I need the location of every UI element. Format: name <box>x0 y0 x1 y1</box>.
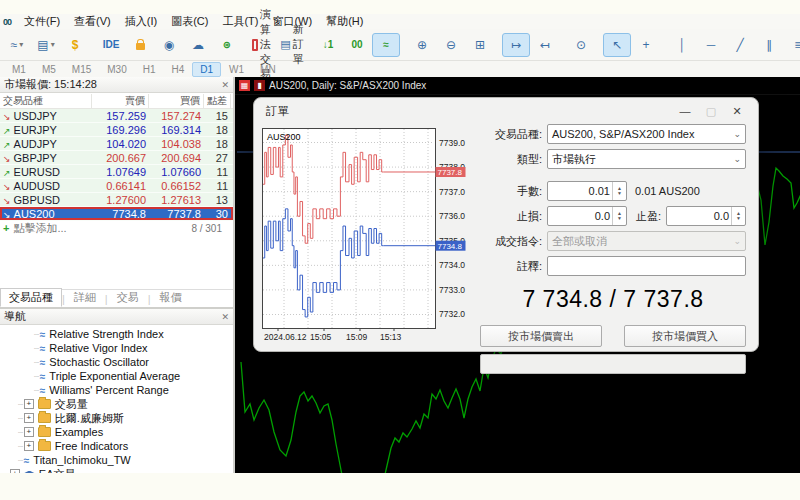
horizontal-line-button[interactable]: ─ <box>697 33 725 57</box>
symbol-row-eurusd[interactable]: ↗EURUSD1.076491.0766011 <box>0 165 233 179</box>
channel-icon: ∥ <box>766 38 772 52</box>
tree-item-titan-ichimoku-tw[interactable]: ┈≈Titan_Ichimoku_TW <box>0 453 233 467</box>
symbol-row-gbpjpy[interactable]: ↘GBPJPY200.667200.69427 <box>0 151 233 165</box>
new-order-button[interactable]: ▤新訂單 <box>278 33 306 57</box>
volume-hint: 0.01 AUS200 <box>635 185 700 197</box>
column-header[interactable]: 點差 <box>204 94 231 108</box>
menu-item[interactable]: 文件(F) <box>17 15 67 27</box>
algo-trading-button[interactable]: 演算法交易 <box>249 33 277 57</box>
tree-item-stochastic-oscillator[interactable]: ┈≈Stochastic Oscillator <box>0 355 233 369</box>
minimize-button[interactable]: — <box>672 105 698 118</box>
tree-item-relative-strength-index[interactable]: ┈≈Relative Strength Index <box>0 327 233 341</box>
expand-icon[interactable]: + <box>24 399 34 409</box>
stop-loss-stepper[interactable]: 0.0 ▲▼ <box>547 206 627 226</box>
symbol-row-usdjpy[interactable]: ↘USDJPY157.259157.27415 <box>0 109 233 123</box>
tree-item-examples[interactable]: ┈+Examples <box>0 425 233 439</box>
timeframe-m30[interactable]: M30 <box>99 62 134 77</box>
menu-item[interactable]: 查看(V) <box>67 15 118 27</box>
order-dialog-titlebar[interactable]: 訂單 — ▢ ✕ <box>254 98 758 124</box>
close-icon[interactable]: ✕ <box>221 80 229 90</box>
tab-trading[interactable]: 交易 <box>108 288 148 307</box>
stepper-arrows[interactable]: ▲▼ <box>731 207 745 225</box>
tree-item-williams-percent-range[interactable]: ┈≈Williams' Percent Range <box>0 383 233 397</box>
menu-item[interactable]: 圖表(C) <box>164 15 215 27</box>
timeframe-w1[interactable]: W1 <box>221 62 252 77</box>
fibonacci-button[interactable]: ≡ <box>784 33 800 57</box>
fill-policy-select: 全部或取消 ⌄ <box>547 231 746 251</box>
symbol-row-audusd[interactable]: ↘AUDUSD0.661410.6615211 <box>0 179 233 193</box>
stepper-arrows[interactable]: ▲▼ <box>612 182 626 200</box>
symbol-row-aus200[interactable]: ↘AUS2007734.87737.830 <box>0 207 233 221</box>
candle-chart-button[interactable]: 00 <box>343 33 371 57</box>
line-chart-button[interactable]: ≈ <box>372 33 400 57</box>
market-button[interactable] <box>126 33 154 57</box>
expand-icon[interactable]: + <box>24 427 34 437</box>
timeframe-m1[interactable]: M1 <box>4 62 34 77</box>
timeframe-m15[interactable]: M15 <box>64 62 99 77</box>
sell-by-market-button[interactable]: 按市場價賣出 <box>480 325 602 347</box>
zoom-out-button[interactable]: ⊖ <box>437 33 465 57</box>
maximize-button[interactable]: ▢ <box>698 105 724 118</box>
symbols-button[interactable]: $ <box>61 33 89 57</box>
menu-item[interactable]: 幫助(H) <box>319 15 370 27</box>
symbol-row-gbpusd[interactable]: ↘GBPUSD1.276001.2761313 <box>0 193 233 207</box>
symbol-select[interactable]: AUS200, S&P/ASX200 Index ⌄ <box>547 124 746 144</box>
channel-button[interactable]: ∥ <box>755 33 783 57</box>
stepper-arrows[interactable]: ▲▼ <box>612 207 626 225</box>
order-type-select[interactable]: 市場執行 ⌄ <box>547 149 746 169</box>
screenshot-button[interactable]: ⊙ <box>567 33 595 57</box>
tab-ticks[interactable]: 報價 <box>151 288 191 307</box>
tree-item-relative-vigor-index[interactable]: ┈≈Relative Vigor Index <box>0 341 233 355</box>
timeframe-h1[interactable]: H1 <box>135 62 164 77</box>
tree-item--[interactable]: ┈+比爾.威廉姆斯 <box>0 411 233 425</box>
chevron-down-icon: ⌄ <box>733 154 741 164</box>
svg-text:2024.06.12: 2024.06.12 <box>264 332 307 342</box>
cursor-button[interactable]: ↖ <box>603 33 631 57</box>
trendline-button[interactable]: ╱ <box>726 33 754 57</box>
comment-label: 註釋: <box>480 259 542 274</box>
buy-by-market-button[interactable]: 按市場價買入 <box>624 325 746 347</box>
bar-chart-button[interactable]: ↓1 <box>314 33 342 57</box>
chart-type-button[interactable]: ≈▾ <box>3 33 31 57</box>
column-header[interactable]: 賣價 <box>92 94 149 108</box>
zoom-in-button[interactable]: ⊕ <box>408 33 436 57</box>
timeframe-h4[interactable]: H4 <box>164 62 193 77</box>
vps-button[interactable]: ⊛ <box>213 33 241 57</box>
volume-stepper[interactable]: 0.01 ▲▼ <box>547 181 627 201</box>
crosshair-button[interactable]: + <box>632 33 660 57</box>
close-icon[interactable]: ✕ <box>221 312 229 322</box>
tree-item-free-indicators[interactable]: ┈+Free Indicators <box>0 439 233 453</box>
signals-button[interactable]: ◉ <box>155 33 183 57</box>
timeframe-d1[interactable]: D1 <box>192 62 221 77</box>
take-profit-stepper[interactable]: 0.0 ▲▼ <box>666 206 746 226</box>
symbol-row-eurjpy[interactable]: ↗EURJPY169.296169.31418 <box>0 123 233 137</box>
symbol-row-audjpy[interactable]: ↗AUDJPY104.020104.03818 <box>0 137 233 151</box>
tile-windows-button[interactable]: ⊞ <box>466 33 494 57</box>
ide-button[interactable]: IDE <box>97 33 125 57</box>
line-chart-icon: ≈ <box>383 39 389 50</box>
tree-item-triple-exponential-average[interactable]: ┈≈Triple Exponential Average <box>0 369 233 383</box>
comment-input[interactable] <box>547 256 746 276</box>
tab-details[interactable]: 詳細 <box>65 288 105 307</box>
chart-shift-button[interactable]: ↤ <box>531 33 559 57</box>
menu-item[interactable]: 工具(T) <box>215 15 265 27</box>
expand-icon[interactable]: + <box>24 441 34 451</box>
column-header[interactable]: 買價 <box>149 94 204 108</box>
tab-symbols[interactable]: 交易品種 <box>0 288 62 307</box>
cloud-button[interactable]: ☁ <box>184 33 212 57</box>
navigator-tree: ┈≈Relative Strength Index┈≈Relative Vigo… <box>0 325 233 473</box>
vertical-line-button[interactable]: │ <box>668 33 696 57</box>
tree-item--[interactable]: ┈+交易量 <box>0 397 233 411</box>
auto-scroll-button[interactable]: ↦ <box>502 33 530 57</box>
close-button[interactable]: ✕ <box>724 105 750 118</box>
timeframe-mn[interactable]: MN <box>252 62 284 77</box>
trend-down-icon: ↘ <box>3 182 11 192</box>
click-to-add-row[interactable]: + 點擊添加... 8 / 301 <box>0 221 233 235</box>
spread: 13 <box>204 194 231 206</box>
folder-icon <box>38 413 51 423</box>
expand-icon[interactable]: + <box>24 413 34 423</box>
timeframe-m5[interactable]: M5 <box>34 62 64 77</box>
profiles-button[interactable]: ▤▾ <box>32 33 60 57</box>
column-header[interactable]: 交易品種 <box>0 94 92 108</box>
menu-item[interactable]: 插入(I) <box>118 15 164 27</box>
